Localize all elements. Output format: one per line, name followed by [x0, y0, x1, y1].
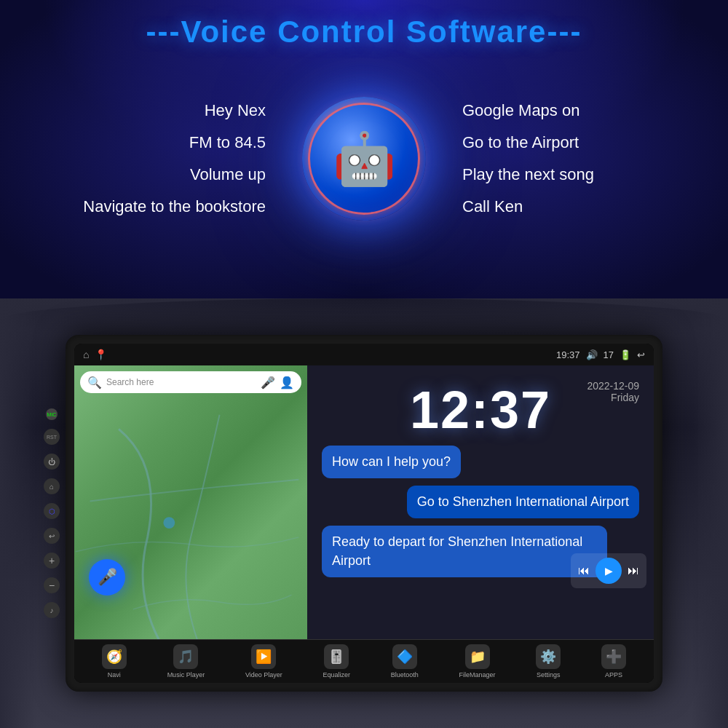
vol-up-button[interactable]: +: [44, 553, 60, 569]
right-content: 2022-12-09 Friday 12:37 How can I help y…: [307, 365, 654, 639]
car-screen-device: MIC RST ⏻ ⌂ ⬡ ↩ + − ♪ ⌂ 📍 19:37 🔊 17: [66, 335, 662, 692]
day-text: Friday: [587, 392, 639, 403]
cmd-volume: Volume up: [190, 165, 266, 184]
screen-content: 🔍 Search here 🎤 👤: [74, 365, 654, 639]
robot-face: 🤖: [333, 133, 396, 184]
vol-down-button[interactable]: −: [44, 577, 60, 593]
cmd-next-song: Play the next song: [462, 165, 594, 184]
music-icon: 🎵: [173, 644, 198, 669]
apps-label: APPS: [605, 671, 622, 678]
robot-assistant-icon[interactable]: 🤖: [302, 97, 426, 221]
cmd-google-maps: Google Maps on: [462, 101, 579, 120]
chat-bubble-3: Ready to depart for Shenzhen Internation…: [322, 526, 607, 577]
date-display: 2022-12-09 Friday: [587, 380, 639, 403]
app-music[interactable]: 🎵 Music Player: [167, 644, 205, 678]
app-bluetooth[interactable]: 🔷 Bluetooth: [391, 644, 419, 678]
map-area[interactable]: 🔍 Search here 🎤 👤: [74, 365, 307, 639]
app-navi[interactable]: 🧭 Navi: [102, 644, 127, 678]
cmd-navigate: Navigate to the bookstore: [83, 197, 266, 216]
files-label: FileManager: [459, 671, 496, 678]
battery-level: 17: [604, 349, 614, 360]
svg-point-0: [163, 517, 175, 529]
settings-icon: ⚙️: [536, 644, 561, 669]
status-left: ⌂ 📍: [83, 349, 107, 360]
bluetooth-button[interactable]: ⬡: [44, 503, 60, 519]
chat-bubble-2: Go to Shenzhen International Airport: [407, 486, 639, 518]
map-roads-svg: [74, 393, 307, 639]
files-icon: 📁: [465, 644, 490, 669]
power-button[interactable]: ⏻: [44, 454, 60, 470]
bt-icon: 🔷: [392, 644, 417, 669]
prev-button[interactable]: ⏮: [578, 564, 590, 577]
search-icon: 🔍: [87, 376, 102, 389]
video-icon: ▶️: [251, 644, 276, 669]
page-title: ---Voice Control Software---: [146, 15, 582, 50]
commands-area: Hey Nex FM to 84.5 Volume up Navigate to…: [0, 71, 728, 246]
battery-icon: 🔋: [620, 349, 631, 360]
eq-label: Equalizer: [323, 671, 351, 678]
app-bar: 🧭 Navi 🎵 Music Player ▶️ Video Player 🎚️…: [74, 639, 654, 683]
settings-label: Settings: [537, 671, 561, 678]
music-label: Music Player: [167, 671, 205, 678]
mic-indicator: MIC: [46, 408, 58, 420]
map-search-text: Search here: [106, 377, 154, 387]
side-buttons-panel: MIC RST ⏻ ⌂ ⬡ ↩ + − ♪: [44, 408, 60, 618]
app-files[interactable]: 📁 FileManager: [459, 644, 496, 678]
screen-inner: ⌂ 📍 19:37 🔊 17 🔋 ↩ 🔍: [74, 344, 654, 683]
date-text: 2022-12-09: [587, 380, 639, 392]
big-clock: 12:37: [410, 380, 551, 440]
apps-icon: ➕: [601, 644, 626, 669]
map-status-icon: 📍: [95, 349, 107, 360]
home-button[interactable]: ⌂: [44, 478, 60, 494]
chat-bubble-1: How can I help you?: [322, 446, 461, 478]
account-icon[interactable]: 👤: [280, 376, 294, 389]
mic-search-icon[interactable]: 🎤: [261, 376, 275, 389]
app-eq[interactable]: 🎚️ Equalizer: [323, 644, 351, 678]
app-video[interactable]: ▶️ Video Player: [245, 644, 282, 678]
status-right: 19:37 🔊 17 🔋 ↩: [556, 349, 645, 360]
rst-button[interactable]: RST: [44, 429, 60, 445]
next-button[interactable]: ⏭: [628, 564, 639, 577]
microphone-icon: 🎤: [98, 568, 117, 587]
cmd-fm: FM to 84.5: [189, 133, 266, 152]
home-status-icon: ⌂: [83, 349, 89, 360]
eq-icon: 🎚️: [324, 644, 349, 669]
right-commands: Google Maps on Go to the Airport Play th…: [426, 101, 728, 216]
app-settings[interactable]: ⚙️ Settings: [536, 644, 561, 678]
back-button[interactable]: ↩: [44, 528, 60, 544]
music-button[interactable]: ♪: [44, 602, 60, 618]
cmd-hey-nex: Hey Nex: [205, 101, 266, 120]
navi-icon: 🧭: [102, 644, 127, 669]
top-section: ---Voice Control Software--- Hey Nex FM …: [0, 0, 728, 306]
play-button[interactable]: ▶: [596, 558, 622, 584]
media-controls[interactable]: ⏮ ▶ ⏭: [571, 553, 646, 588]
right-panel-decoration: [692, 298, 728, 728]
return-icon[interactable]: ↩: [637, 349, 645, 360]
left-commands: Hey Nex FM to 84.5 Volume up Navigate to…: [0, 101, 302, 216]
status-time: 19:37: [556, 349, 580, 360]
clock-area: 12:37: [410, 380, 551, 440]
navi-label: Navi: [108, 671, 121, 678]
cmd-call-ken: Call Ken: [462, 197, 523, 216]
cmd-airport: Go to the Airport: [462, 133, 579, 152]
bt-label: Bluetooth: [391, 671, 419, 678]
status-bar: ⌂ 📍 19:37 🔊 17 🔋 ↩: [74, 344, 654, 365]
app-apps[interactable]: ➕ APPS: [601, 644, 626, 678]
map-search-bar[interactable]: 🔍 Search here 🎤 👤: [80, 371, 301, 393]
left-panel-decoration: [0, 298, 36, 728]
video-label: Video Player: [245, 671, 282, 678]
dashboard-section: MIC RST ⏻ ⌂ ⬡ ↩ + − ♪ ⌂ 📍 19:37 🔊 17: [0, 298, 728, 728]
volume-icon: 🔊: [586, 349, 598, 360]
voice-mic-button[interactable]: 🎤: [89, 559, 125, 596]
